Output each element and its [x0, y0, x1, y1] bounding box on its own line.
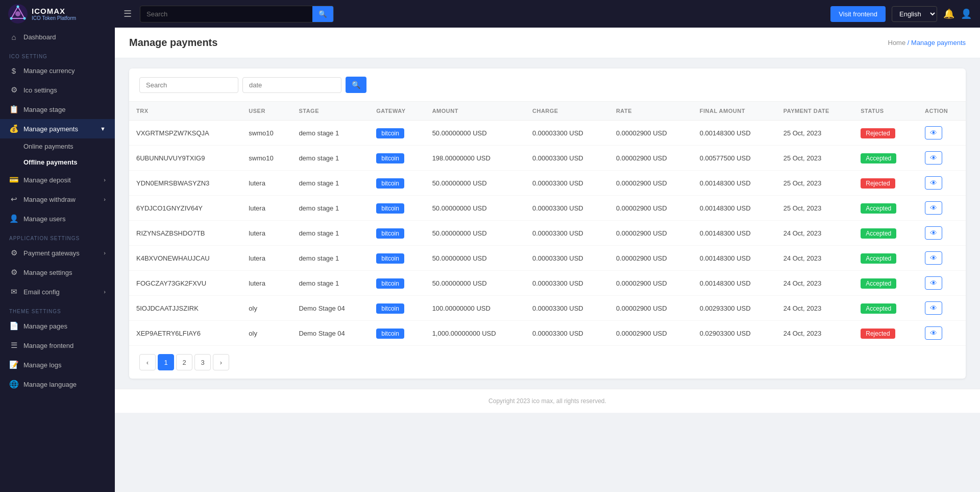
cell-final-amount: 0.00577500 USD: [693, 146, 776, 171]
cell-amount: 1,000.00000000 USD: [425, 321, 525, 346]
sidebar-label-manage-stage: Manage stage: [23, 106, 65, 113]
col-stage: STAGE: [291, 102, 369, 121]
sidebar-label-manage-settings: Manage settings: [23, 269, 72, 276]
cell-payment-date: 24 Oct, 2023: [776, 321, 854, 346]
view-action-button[interactable]: 👁: [925, 301, 942, 315]
cell-payment-date: 24 Oct, 2023: [776, 296, 854, 321]
cell-final-amount: 0.00148300 USD: [693, 121, 776, 146]
cell-trx: 6UBUNNUVUY9TXIG9: [129, 146, 241, 171]
sidebar-item-ico-settings[interactable]: ⚙ Ico settings: [0, 80, 115, 100]
cell-trx: XEP9AETRY6LFIAY6: [129, 321, 241, 346]
view-action-button[interactable]: 👁: [925, 276, 942, 290]
table-row: YDN0EMRSBWASYZN3 lutera demo stage 1 bit…: [129, 171, 966, 196]
sidebar-label-manage-pages: Manage pages: [23, 322, 67, 330]
cell-status: Accepted: [853, 146, 918, 171]
sidebar-item-online-payments[interactable]: Online payments: [0, 138, 115, 154]
sidebar-item-manage-logs[interactable]: 📝 Manage logs: [0, 355, 115, 374]
pagination-page-2[interactable]: 2: [176, 354, 192, 370]
table-row: FOGCZAY73GK2FXVU lutera demo stage 1 bit…: [129, 271, 966, 296]
search-input[interactable]: [139, 77, 238, 93]
status-badge: Rejected: [861, 128, 895, 138]
cell-trx: VXGRTMSPZW7KSQJA: [129, 121, 241, 146]
sidebar-item-manage-settings[interactable]: ⚙ Manage settings: [0, 263, 115, 282]
topnav-search-input[interactable]: [140, 7, 312, 21]
sidebar-item-dashboard[interactable]: ⌂ Dashboard: [0, 28, 115, 46]
sidebar-item-manage-frontend[interactable]: ☰ Manage frontend: [0, 336, 115, 355]
pagination-prev[interactable]: ‹: [139, 354, 156, 370]
cell-charge: 0.00003300 USD: [525, 271, 609, 296]
withdraw-icon: ↩: [9, 195, 18, 204]
col-action: ACTION: [918, 102, 966, 121]
filter-search-button[interactable]: 🔍: [346, 77, 366, 93]
cell-status: Rejected: [853, 121, 918, 146]
cell-gateway: bitcoin: [369, 196, 425, 221]
pagination-next[interactable]: ›: [213, 354, 229, 370]
cell-user: swmo10: [241, 146, 291, 171]
sidebar-label-offline-payments: Offline payments: [23, 158, 77, 166]
page-title: Manage payments: [129, 37, 217, 49]
payments-icon: 💰: [9, 124, 18, 133]
topnav: ICOMAX ICO Token Platform ☰ 🔍 Visit fron…: [0, 0, 980, 28]
date-input[interactable]: [242, 77, 341, 93]
cell-status: Accepted: [853, 221, 918, 246]
topnav-search-bar: 🔍: [140, 6, 334, 22]
sidebar-item-payment-gateways[interactable]: ⚙ Payment gateways ›: [0, 243, 115, 263]
status-badge: Accepted: [861, 203, 896, 214]
sidebar-item-manage-deposit[interactable]: 💳 Manage deposit ›: [0, 170, 115, 190]
sidebar-item-email-config[interactable]: ✉ Email config ›: [0, 282, 115, 301]
page-header: Manage payments Home / Manage payments: [115, 28, 980, 58]
ico-settings-icon: ⚙: [9, 85, 18, 95]
sidebar-item-manage-withdraw[interactable]: ↩ Manage withdraw ›: [0, 190, 115, 209]
sidebar-item-manage-pages[interactable]: 📄 Manage pages: [0, 316, 115, 336]
col-payment-date: PAYMENT DATE: [776, 102, 854, 121]
view-action-button[interactable]: 👁: [925, 326, 942, 340]
cell-final-amount: 0.00148300 USD: [693, 246, 776, 271]
logs-icon: 📝: [9, 360, 18, 369]
users-icon: 👤: [9, 214, 18, 223]
hamburger-icon[interactable]: ☰: [121, 6, 134, 21]
sidebar-item-manage-language[interactable]: 🌐 Manage language: [0, 374, 115, 394]
cell-payment-date: 24 Oct, 2023: [776, 271, 854, 296]
view-action-button[interactable]: 👁: [925, 176, 942, 190]
view-action-button[interactable]: 👁: [925, 126, 942, 139]
view-action-button[interactable]: 👁: [925, 201, 942, 215]
cell-trx: 6YDJCO1GNYZIV64Y: [129, 196, 241, 221]
cell-final-amount: 0.00148300 USD: [693, 271, 776, 296]
sidebar-item-manage-users[interactable]: 👤 Manage users: [0, 209, 115, 228]
cell-stage: Demo Stage 04: [291, 321, 369, 346]
pages-icon: 📄: [9, 321, 18, 331]
cell-rate: 0.00002900 USD: [609, 121, 693, 146]
language-select[interactable]: English French Spanish: [892, 6, 937, 22]
sidebar-item-manage-currency[interactable]: $ Manage currency: [0, 61, 115, 80]
cell-final-amount: 0.00293300 USD: [693, 296, 776, 321]
breadcrumb-home[interactable]: Home: [888, 39, 906, 46]
cell-action: 👁: [918, 321, 966, 346]
notification-icon[interactable]: 🔔: [943, 8, 954, 19]
table-row: VXGRTMSPZW7KSQJA swmo10 demo stage 1 bit…: [129, 121, 966, 146]
col-trx: TRX: [129, 102, 241, 121]
pagination-page-3[interactable]: 3: [194, 354, 211, 370]
cell-gateway: bitcoin: [369, 321, 425, 346]
settings-icon: ⚙: [9, 268, 18, 277]
sidebar-item-offline-payments[interactable]: Offline payments: [0, 154, 115, 170]
footer: Copyright 2023 ico max, all rights reser…: [115, 389, 980, 413]
view-action-button[interactable]: 👁: [925, 226, 942, 240]
cell-charge: 0.00003300 USD: [525, 321, 609, 346]
cell-trx: YDN0EMRSBWASYZN3: [129, 171, 241, 196]
cell-charge: 0.00003300 USD: [525, 296, 609, 321]
user-profile-icon[interactable]: 👤: [961, 8, 972, 19]
view-action-button[interactable]: 👁: [925, 151, 942, 165]
pagination-page-1[interactable]: 1: [158, 354, 174, 370]
topnav-search-button[interactable]: 🔍: [312, 6, 333, 22]
cell-payment-date: 24 Oct, 2023: [776, 246, 854, 271]
cell-status: Accepted: [853, 271, 918, 296]
sidebar-section-theme: THEME SETTINGS: [0, 301, 115, 316]
cell-amount: 198.00000000 USD: [425, 146, 525, 171]
visit-frontend-button[interactable]: Visit frontend: [830, 6, 886, 22]
view-action-button[interactable]: 👁: [925, 251, 942, 265]
cell-status: Rejected: [853, 171, 918, 196]
cell-payment-date: 25 Oct, 2023: [776, 171, 854, 196]
sidebar-item-manage-payments[interactable]: 💰 Manage payments ▼: [0, 119, 115, 138]
cell-action: 👁: [918, 246, 966, 271]
sidebar-item-manage-stage[interactable]: 📋 Manage stage: [0, 100, 115, 119]
